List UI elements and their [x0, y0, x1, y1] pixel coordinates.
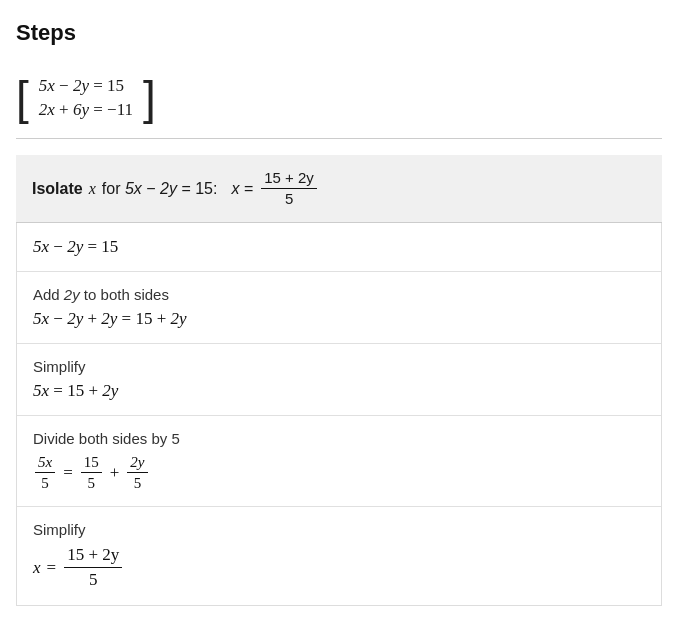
step-5-description: Simplify: [33, 521, 645, 538]
matrix-equation-1: 5x − 2y = 15: [39, 76, 133, 96]
isolate-header: Isolate x for 5x − 2y = 15: x = 15 + 2y …: [16, 155, 662, 223]
steps-container: 5x − 2y = 15 Add 2y to both sides 5x − 2…: [16, 223, 662, 606]
right-bracket-icon: ]: [143, 75, 156, 121]
step-3-equation: 5x = 15 + 2y: [33, 381, 645, 401]
step-3-description: Simplify: [33, 358, 645, 375]
step-4-description: Divide both sides by 5: [33, 430, 645, 447]
isolate-for-label: for 5x − 2y = 15:: [102, 180, 218, 198]
isolate-result-lhs: x =: [231, 180, 253, 198]
step-2-equation: 5x − 2y + 2y = 15 + 2y: [33, 309, 645, 329]
system-matrix: [ 5x − 2y = 15 2x + 6y = −11 ]: [16, 62, 662, 139]
step-4-equation: 5x 5 = 15 5 + 2y 5: [33, 453, 645, 492]
step-2: Add 2y to both sides 5x − 2y + 2y = 15 +…: [17, 272, 661, 344]
left-bracket-icon: [: [16, 75, 29, 121]
step-2-description: Add 2y to both sides: [33, 286, 645, 303]
page-title: Steps: [16, 20, 662, 46]
step-3: Simplify 5x = 15 + 2y: [17, 344, 661, 416]
step-1-equation: 5x − 2y = 15: [33, 237, 645, 257]
step-5-equation: x = 15 + 2y 5: [33, 544, 645, 591]
isolate-variable: x: [89, 180, 96, 198]
matrix-equation-2: 2x + 6y = −11: [39, 100, 133, 120]
isolate-result-fraction: 15 + 2y 5: [259, 169, 319, 208]
step-4: Divide both sides by 5 5x 5 = 15 5 + 2y …: [17, 416, 661, 507]
isolate-label: Isolate: [32, 180, 83, 198]
step-1: 5x − 2y = 15: [17, 223, 661, 272]
step-5: Simplify x = 15 + 2y 5: [17, 507, 661, 605]
